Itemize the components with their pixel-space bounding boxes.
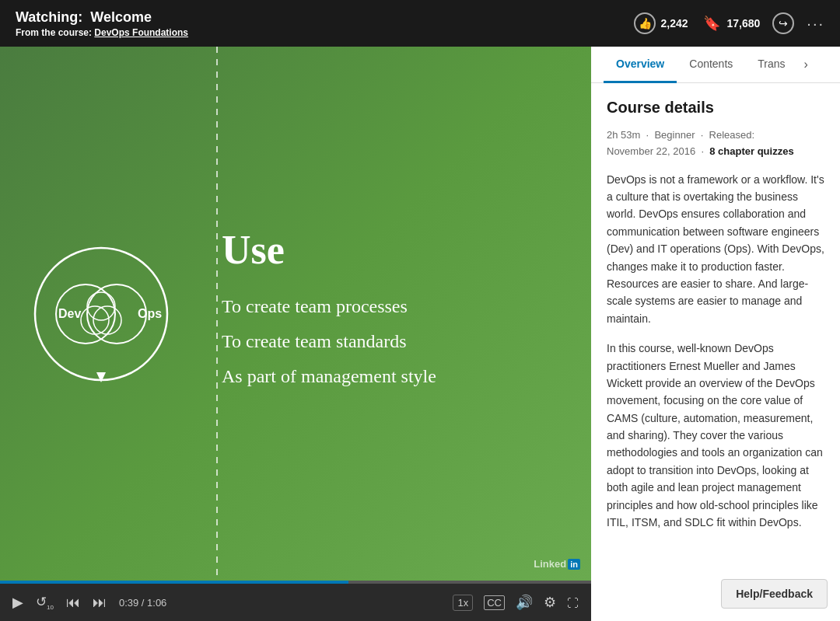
bookmark-icon: 🔖 <box>701 12 723 34</box>
watching-prefix: Watching: <box>16 9 82 25</box>
more-button[interactable]: ··· <box>807 15 824 33</box>
like-action[interactable]: 👍 2,242 <box>634 12 688 34</box>
volume-icon: 🔊 <box>516 594 533 611</box>
right-tabs: Overview Contents Trans › <box>591 47 840 83</box>
likes-count: 2,242 <box>660 17 688 30</box>
watermark-text: Linked <box>534 558 566 570</box>
released-date: November 22, 2016 <box>607 145 695 157</box>
video-controls: ▶ ↺10 ⏮ ⏭ 0:39 / 1:06 1x CC 🔊 <box>0 584 591 621</box>
slide-item-2: To create team standards <box>222 331 436 352</box>
from-label: From the course: <box>16 27 92 38</box>
video-area: Dev Ops Use To create team processes To … <box>0 47 591 621</box>
watching-label: Watching: Welcome <box>16 9 188 26</box>
share-icon: ↪ <box>772 12 794 34</box>
captions-button[interactable]: CC <box>484 595 505 610</box>
course-from: From the course: DevOps Foundations <box>16 27 188 38</box>
tab-overview[interactable]: Overview <box>604 47 677 83</box>
save-action[interactable]: 🔖 17,680 <box>701 12 761 34</box>
tab-more-button[interactable]: › <box>798 47 814 82</box>
slide-item-1: To create team processes <box>222 296 436 317</box>
progress-bar[interactable] <box>0 581 591 584</box>
right-panel: Overview Contents Trans › Course details… <box>591 47 840 621</box>
tab-contents[interactable]: Contents <box>677 47 745 83</box>
replay-button[interactable]: ↺10 <box>36 594 54 611</box>
watermark-in: in <box>568 559 580 570</box>
share-action[interactable]: ↪ <box>772 12 794 34</box>
slide-use-heading: Use <box>222 227 436 273</box>
gear-icon: ⚙ <box>544 594 556 611</box>
course-duration: 2h 53m <box>607 129 640 141</box>
chapter-quizzes: 8 chapter quizzes <box>709 145 793 157</box>
play-icon: ▶ <box>12 594 23 611</box>
replay-icon: ↺10 <box>36 594 54 611</box>
right-controls: 1x CC 🔊 ⚙ ⛶ <box>453 594 579 611</box>
fullscreen-icon: ⛶ <box>567 596 579 609</box>
main-area: Dev Ops Use To create team processes To … <box>0 47 840 621</box>
slide-content: Use To create team processes To create t… <box>222 227 436 401</box>
course-details-title: Course details <box>607 99 824 117</box>
svg-text:Ops: Ops <box>138 307 162 320</box>
video-frame[interactable]: Dev Ops Use To create team processes To … <box>0 47 591 581</box>
captions-icon: CC <box>484 595 505 610</box>
course-level: Beginner <box>654 129 695 141</box>
svg-text:Dev: Dev <box>58 307 81 320</box>
video-title: Welcome <box>90 9 152 25</box>
course-name[interactable]: DevOps Foundations <box>94 27 188 38</box>
course-description-2: In this course, well-known DevOps practi… <box>607 340 824 531</box>
help-feedback-button[interactable]: Help/Feedback <box>721 579 828 609</box>
speed-button[interactable]: 1x <box>453 595 473 611</box>
slide-item-3: As part of management style <box>222 366 436 387</box>
fullscreen-button[interactable]: ⛶ <box>567 596 579 609</box>
settings-button[interactable]: ⚙ <box>544 594 556 611</box>
skip-forward-icon: ⏭ <box>93 595 107 611</box>
course-meta: 2h 53m · Beginner · Released: November 2… <box>607 127 824 160</box>
volume-button[interactable]: 🔊 <box>516 594 533 611</box>
linkedin-watermark: Linked in <box>534 558 580 570</box>
course-description-1: DevOps is not a framework or a workflow.… <box>607 171 824 328</box>
skip-forward-button[interactable]: ⏭ <box>93 595 107 611</box>
released-label: Released: <box>709 129 755 141</box>
skip-back-icon: ⏮ <box>66 595 80 611</box>
dashed-divider <box>216 47 218 581</box>
like-icon: 👍 <box>634 12 656 34</box>
saves-count: 17,680 <box>727 17 761 30</box>
video-info: Watching: Welcome From the course: DevOp… <box>16 9 188 38</box>
top-bar-actions: 👍 2,242 🔖 17,680 ↪ ··· <box>634 12 824 34</box>
top-bar: Watching: Welcome From the course: DevOp… <box>0 0 840 47</box>
progress-fill <box>0 581 348 584</box>
tab-trans[interactable]: Trans <box>745 47 797 83</box>
right-content: Course details 2h 53m · Beginner · Relea… <box>591 83 840 621</box>
devops-diagram: Dev Ops <box>23 236 179 392</box>
play-button[interactable]: ▶ <box>12 594 23 611</box>
time-display: 0:39 / 1:06 <box>119 597 441 609</box>
skip-back-button[interactable]: ⏮ <box>66 595 80 611</box>
